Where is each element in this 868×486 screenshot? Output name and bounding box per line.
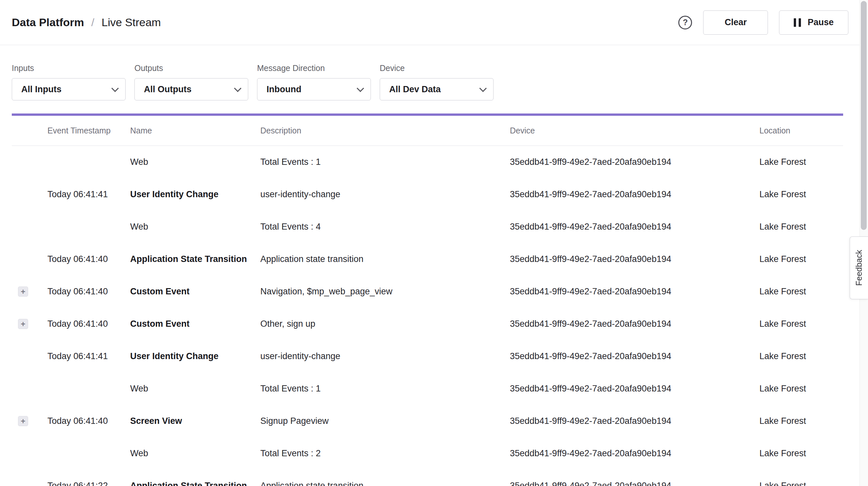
event-name: Custom Event: [130, 286, 260, 297]
event-name: Web: [130, 157, 260, 167]
table-row[interactable]: Web Total Events : 1 35eddb41-9ff9-49e2-…: [12, 146, 843, 178]
main-content: Inputs All Inputs Outputs All Outputs Me…: [0, 45, 868, 486]
event-location: Lake Forest: [760, 319, 843, 329]
feedback-tab[interactable]: Feedback: [850, 237, 868, 299]
column-header-device: Device: [510, 126, 760, 135]
filter-outputs: Outputs All Outputs: [134, 63, 248, 100]
device-dropdown-value: All Dev Data: [389, 84, 441, 94]
message-direction-dropdown-value: Inbound: [267, 84, 301, 94]
breadcrumb-separator: /: [91, 16, 94, 29]
filter-inputs-label: Inputs: [12, 63, 126, 73]
plus-icon: +: [21, 320, 25, 328]
table-body: Web Total Events : 1 35eddb41-9ff9-49e2-…: [12, 146, 843, 486]
table-row[interactable]: Web Total Events : 2 35eddb41-9ff9-49e2-…: [12, 437, 843, 469]
event-description: Application state transition: [260, 481, 510, 486]
clear-button-label: Clear: [725, 17, 747, 28]
expand-row-button[interactable]: +: [18, 416, 28, 426]
event-device-id: 35eddb41-9ff9-49e2-7aed-20afa90eb194: [510, 189, 760, 200]
event-name: Web: [130, 384, 260, 394]
filter-device: Device All Dev Data: [380, 63, 494, 100]
outputs-dropdown[interactable]: All Outputs: [134, 78, 248, 100]
header-actions: ? Clear Pause: [678, 10, 848, 35]
filter-outputs-label: Outputs: [134, 63, 248, 73]
event-name: Application State Transition: [130, 481, 260, 486]
event-device-id: 35eddb41-9ff9-49e2-7aed-20afa90eb194: [510, 254, 760, 264]
filter-bar: Inputs All Inputs Outputs All Outputs Me…: [12, 45, 843, 100]
column-header-event-timestamp: Event Timestamp: [48, 126, 130, 135]
expand-row-button[interactable]: +: [18, 286, 28, 297]
event-name: Screen View: [130, 416, 260, 426]
event-description: Application state transition: [260, 254, 510, 264]
message-direction-dropdown[interactable]: Inbound: [257, 78, 371, 100]
device-dropdown[interactable]: All Dev Data: [380, 78, 494, 100]
event-location: Lake Forest: [760, 157, 843, 167]
table-row[interactable]: Today 06:41:41 User Identity Change user…: [12, 340, 843, 372]
pause-button-label: Pause: [807, 17, 834, 28]
column-header-location: Location: [760, 126, 843, 135]
event-location: Lake Forest: [760, 254, 843, 264]
breadcrumb-data-platform[interactable]: Data Platform: [12, 16, 84, 29]
event-device-id: 35eddb41-9ff9-49e2-7aed-20afa90eb194: [510, 286, 760, 297]
event-description: user-identity-change: [260, 351, 510, 361]
event-name: User Identity Change: [130, 351, 260, 361]
event-device-id: 35eddb41-9ff9-49e2-7aed-20afa90eb194: [510, 157, 760, 167]
inputs-dropdown[interactable]: All Inputs: [12, 78, 126, 100]
outputs-dropdown-value: All Outputs: [144, 84, 191, 94]
table-row[interactable]: + Today 06:41:40 Custom Event Other, sig…: [12, 308, 843, 340]
pause-button[interactable]: Pause: [779, 10, 848, 35]
chevron-down-icon: [234, 85, 242, 92]
event-name: Custom Event: [130, 319, 260, 329]
event-description: Other, sign up: [260, 319, 510, 329]
feedback-tab-label: Feedback: [854, 250, 864, 286]
event-timestamp: Today 06:41:41: [48, 189, 130, 200]
event-timestamp: Today 06:41:40: [48, 416, 130, 426]
event-timestamp: Today 06:41:40: [48, 319, 130, 329]
table-row[interactable]: Web Total Events : 1 35eddb41-9ff9-49e2-…: [12, 372, 843, 405]
event-description: Signup Pageview: [260, 416, 510, 426]
table-row[interactable]: Today 06:41:41 User Identity Change user…: [12, 178, 843, 211]
filter-device-label: Device: [380, 63, 494, 73]
event-location: Lake Forest: [760, 384, 843, 394]
event-description: Navigation, $mp_web_page_view: [260, 286, 510, 297]
event-timestamp: Today 06:41:41: [48, 351, 130, 361]
event-location: Lake Forest: [760, 416, 843, 426]
expand-row-button[interactable]: +: [18, 319, 28, 329]
event-device-id: 35eddb41-9ff9-49e2-7aed-20afa90eb194: [510, 222, 760, 232]
chevron-down-icon: [112, 85, 119, 92]
breadcrumb-live-stream: Live Stream: [102, 16, 161, 29]
event-name: Web: [130, 222, 260, 232]
event-name: User Identity Change: [130, 189, 260, 200]
event-device-id: 35eddb41-9ff9-49e2-7aed-20afa90eb194: [510, 384, 760, 394]
event-description: Total Events : 4: [260, 222, 510, 232]
event-timestamp: Today 06:41:40: [48, 254, 130, 264]
clear-button[interactable]: Clear: [703, 10, 768, 35]
table-row[interactable]: Web Total Events : 4 35eddb41-9ff9-49e2-…: [12, 211, 843, 243]
event-name: Application State Transition: [130, 254, 260, 264]
chevron-down-icon: [357, 85, 364, 92]
event-device-id: 35eddb41-9ff9-49e2-7aed-20afa90eb194: [510, 351, 760, 361]
help-icon[interactable]: ?: [678, 16, 692, 29]
event-location: Lake Forest: [760, 448, 843, 458]
scrollbar-thumb[interactable]: [861, 1, 867, 230]
chevron-down-icon: [479, 85, 487, 92]
plus-icon: +: [21, 417, 25, 425]
table-row[interactable]: Today 06:41:22 Application State Transit…: [12, 469, 843, 486]
table-row[interactable]: + Today 06:41:40 Custom Event Navigation…: [12, 275, 843, 308]
event-device-id: 35eddb41-9ff9-49e2-7aed-20afa90eb194: [510, 416, 760, 426]
filter-message-direction-label: Message Direction: [257, 63, 371, 73]
breadcrumb: Data Platform / Live Stream: [12, 16, 161, 29]
table-row[interactable]: + Today 06:41:40 Screen View Signup Page…: [12, 405, 843, 437]
event-description: Total Events : 1: [260, 157, 510, 167]
event-device-id: 35eddb41-9ff9-49e2-7aed-20afa90eb194: [510, 319, 760, 329]
event-description: user-identity-change: [260, 189, 510, 200]
event-description: Total Events : 1: [260, 384, 510, 394]
plus-icon: +: [21, 288, 25, 296]
column-header-description: Description: [260, 126, 510, 135]
event-location: Lake Forest: [760, 286, 843, 297]
event-location: Lake Forest: [760, 222, 843, 232]
header: Data Platform / Live Stream ? Clear Paus…: [0, 0, 868, 45]
event-device-id: 35eddb41-9ff9-49e2-7aed-20afa90eb194: [510, 481, 760, 486]
event-location: Lake Forest: [760, 481, 843, 486]
table-row[interactable]: Today 06:41:40 Application State Transit…: [12, 243, 843, 275]
event-device-id: 35eddb41-9ff9-49e2-7aed-20afa90eb194: [510, 448, 760, 458]
